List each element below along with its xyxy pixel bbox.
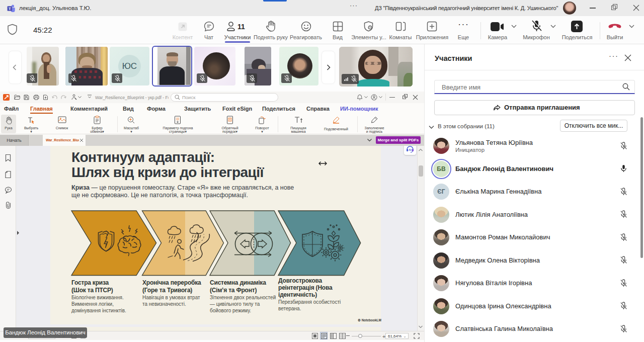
- svg-text:T: T: [9, 7, 11, 11]
- svg-text:AI: AI: [409, 148, 412, 151]
